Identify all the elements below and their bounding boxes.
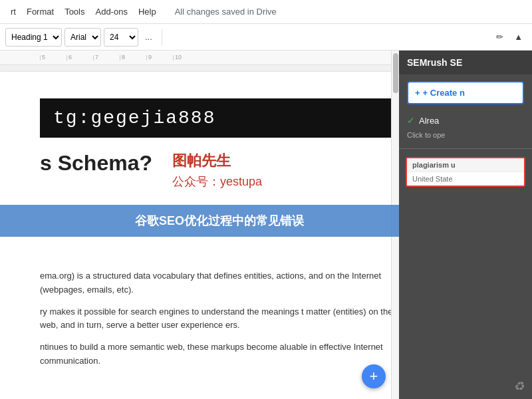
toolbar: Heading 1 Arial 24 ... ✏ ▲ bbox=[0, 24, 532, 51]
create-new-button[interactable]: + + Create n bbox=[407, 81, 524, 104]
create-new-label: + Create n bbox=[423, 88, 465, 98]
body-paragraph-3: ntinues to build a more semantic web, th… bbox=[40, 340, 399, 368]
save-status: All changes saved in Drive bbox=[175, 7, 277, 17]
right-panel: SEMrush SE + + Create n ✓ Alrea Click to… bbox=[399, 51, 532, 399]
toolbar-separator bbox=[162, 29, 162, 45]
toolbar-right-actions: ✏ ▲ bbox=[492, 29, 527, 45]
ruler-tick-6: 6 bbox=[66, 55, 93, 61]
already-row: ✓ Alrea bbox=[399, 111, 532, 130]
ruler: 5 6 7 8 9 10 bbox=[0, 51, 399, 65]
ruler-tick-10: 10 bbox=[173, 55, 200, 61]
chinese-overlay-area: 图帕先生 公众号：yestupa bbox=[172, 151, 262, 190]
chevron-up-button[interactable]: ▲ bbox=[510, 29, 527, 45]
result-card[interactable]: plagiarism u United State bbox=[406, 157, 525, 187]
plus-icon-panel: + bbox=[415, 88, 420, 98]
logo-area: ♻ bbox=[399, 374, 532, 399]
size-select[interactable]: 24 bbox=[104, 28, 138, 47]
already-text: Alrea bbox=[419, 116, 439, 126]
black-banner: tg:gegejia888 bbox=[40, 98, 399, 138]
menu-bar: rt Format Tools Add-ons Help All changes… bbox=[0, 0, 532, 24]
menu-item-help[interactable]: Help bbox=[133, 4, 162, 19]
body-paragraph-1: ema.org) is a structured data vocabulary… bbox=[40, 269, 399, 297]
chinese-red-1: 图帕先生 bbox=[172, 151, 262, 171]
check-icon: ✓ bbox=[407, 115, 415, 126]
menu-item-tools[interactable]: Tools bbox=[59, 4, 90, 19]
ruler-tick-9: 9 bbox=[146, 55, 173, 61]
body-paragraph-2: ry makes it possible for search engines … bbox=[40, 305, 399, 333]
add-content-button[interactable]: + bbox=[362, 364, 386, 388]
scroll-thumb bbox=[393, 53, 398, 93]
ruler-tick-7: 7 bbox=[93, 55, 120, 61]
heading-select[interactable]: Heading 1 bbox=[5, 28, 62, 47]
more-options-button[interactable]: ... bbox=[141, 29, 156, 45]
menu-item-addons[interactable]: Add-ons bbox=[90, 4, 132, 19]
menu-item-rt[interactable]: rt bbox=[5, 4, 21, 19]
menu-item-format[interactable]: Format bbox=[21, 4, 59, 19]
font-select[interactable]: Arial bbox=[65, 28, 101, 47]
document-page: tg:gegejia888 s Schema? 图帕先生 公众号：yestupa… bbox=[0, 72, 399, 399]
panel-title: SEMrush SE bbox=[399, 51, 532, 74]
schema-heading: s Schema? bbox=[40, 151, 152, 176]
ruler-marks: 5 6 7 8 9 10 bbox=[40, 55, 200, 61]
result-card-body: United State bbox=[407, 172, 524, 186]
panel-divider bbox=[399, 148, 532, 149]
logo-icon: ♻ bbox=[513, 379, 524, 394]
main-layout: 5 6 7 8 9 10 tg:gegejia888 s Schema? 图帕先… bbox=[0, 51, 532, 399]
body-content: ema.org) is a structured data vocabulary… bbox=[40, 269, 399, 368]
watermark-overlay: 谷歌SEO优化过程中的常见错误 bbox=[0, 205, 399, 237]
click-to-open-text: Click to ope bbox=[399, 130, 532, 146]
pencil-button[interactable]: ✏ bbox=[492, 29, 507, 45]
plus-icon: + bbox=[370, 368, 378, 385]
ruler-tick-5: 5 bbox=[40, 55, 66, 61]
chinese-red-2: 公众号：yestupa bbox=[172, 174, 262, 190]
ruler-tick-8: 8 bbox=[120, 55, 146, 61]
result-card-header: plagiarism u bbox=[407, 158, 524, 172]
document-area[interactable]: 5 6 7 8 9 10 tg:gegejia888 s Schema? 图帕先… bbox=[0, 51, 399, 399]
